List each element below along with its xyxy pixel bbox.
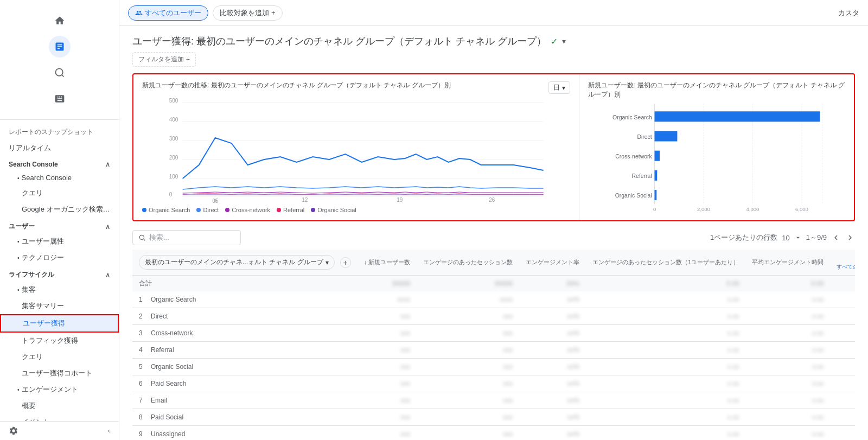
chart-container: 新規ユーザー数の推移: 最初のユーザーのメインのチャネル グループ（デフォルト … <box>132 73 855 221</box>
row-v5: x:xx <box>745 359 830 375</box>
row-num-name: 5 Organic Social <box>132 359 358 375</box>
row-v3: xx% <box>519 409 586 426</box>
row-v2: xxx <box>417 359 519 375</box>
sidebar-item-snapshot[interactable]: レポートのスナップショット <box>0 124 119 140</box>
sidebar-group-lifecycle[interactable]: ライフサイクル ∧ <box>0 266 119 282</box>
row-v5: x:xx <box>745 426 830 441</box>
sidebar-group-user[interactable]: ユーザー ∧ <box>0 218 119 233</box>
sidebar-item-technology[interactable]: •テクノロジー <box>0 250 119 266</box>
col-header-new-users[interactable]: ↓ 新規ユーザー数 <box>358 250 417 276</box>
row-v1: xxx <box>358 359 417 375</box>
col-header-events[interactable]: イベント数 すべてのイベント ▾ <box>830 250 855 276</box>
row-num-name: 8 Paid Social <box>132 409 358 426</box>
svg-text:4,000: 4,000 <box>746 206 760 212</box>
row-num-name: 7 Email <box>132 392 358 409</box>
sidebar-item-traffic-acquisition[interactable]: トラフィック獲得 <box>0 333 119 349</box>
row-name[interactable]: Email <box>151 397 167 404</box>
pagination-next-icon[interactable] <box>845 233 855 243</box>
reports-icon[interactable] <box>49 36 71 58</box>
row-v3: xx% <box>519 291 586 308</box>
dimension-selector[interactable]: 最初のユーザーのメインのチャネ...ォルト チャネル グループ ▾ <box>139 255 335 270</box>
row-v4: x.xx <box>586 325 745 342</box>
compare-button[interactable]: 比較対象を追加 + <box>213 5 283 21</box>
sidebar-item-overview[interactable]: 概要 <box>0 398 119 414</box>
row-v1: xxx <box>358 325 417 342</box>
sidebar-item-user-cohort[interactable]: ユーザー獲得コホート <box>0 365 119 381</box>
table-row: 6 Paid Search xxx xxx xx% x.xx x:xx xxxx… <box>132 375 855 392</box>
sidebar-top-icons <box>0 0 119 120</box>
table-row: 8 Paid Social xxx xxx xx% x.xx x:xx xxxx… <box>132 409 855 426</box>
row-name[interactable]: Organic Social <box>151 363 193 371</box>
row-name[interactable]: Paid Search <box>151 380 186 387</box>
col-header-dimension: 最初のユーザーのメインのチャネ...ォルト チャネル グループ ▾ + <box>132 250 358 276</box>
sidebar-item-query[interactable]: クエリ <box>0 185 119 201</box>
row-v6: xxxx <box>830 409 855 426</box>
sidebar-group-search-console[interactable]: Search Console ∧ <box>0 156 119 170</box>
settings-button[interactable] <box>9 426 18 436</box>
sidebar-item-acquisition-summary[interactable]: 集客サマリー <box>0 298 119 314</box>
sidebar-item-acquisition-group[interactable]: •集客 <box>0 282 119 298</box>
row-num-name: 4 Referral <box>132 342 358 359</box>
table-row: 1 Organic Search xxxx xxxx xx% x.xx x:xx… <box>132 291 855 308</box>
row-v5: x:xx <box>745 291 830 308</box>
row-name[interactable]: Referral <box>151 346 174 354</box>
search-box[interactable]: 検索... <box>132 230 241 245</box>
table-row: 9 Unassigned xxx xxx xx% x.xx x:xx xxxx … <box>132 426 855 441</box>
svg-rect-30 <box>655 151 660 161</box>
row-name[interactable]: Organic Search <box>151 296 196 303</box>
row-v2: xxx <box>417 342 519 359</box>
sidebar: レポートのスナップショット リアルタイム Search Console ∧ •S… <box>0 0 119 440</box>
legend-organic-search: Organic Search <box>142 207 190 213</box>
svg-text:Direct: Direct <box>637 134 652 140</box>
add-filter-button[interactable]: フィルタを追加 + <box>132 52 196 67</box>
sidebar-item-engagement-group[interactable]: •エンゲージメント <box>0 381 119 398</box>
all-users-button[interactable]: すべてのユーザー <box>128 5 208 21</box>
row-name[interactable]: Cross-network <box>151 329 193 337</box>
pagination-prev-icon[interactable] <box>831 233 841 243</box>
row-name[interactable]: Unassigned <box>151 430 185 438</box>
col-header-engagement-rate[interactable]: エンゲージメント率 <box>519 250 586 276</box>
row-v1: xxx <box>358 308 417 325</box>
sidebar-item-query2[interactable]: クエリ <box>0 349 119 365</box>
svg-text:200: 200 <box>169 155 178 161</box>
row-name[interactable]: Direct <box>151 313 168 320</box>
collapse-user-icon: ∧ <box>105 223 110 231</box>
advertising-icon[interactable] <box>49 88 71 110</box>
row-v4: x.xx <box>586 409 745 426</box>
col-header-avg-engagement[interactable]: 平均エンゲージメント時間 <box>745 250 830 276</box>
row-v1: xxx <box>358 426 417 441</box>
row-name[interactable]: Paid Social <box>151 413 183 421</box>
col-header-engaged-sessions[interactable]: エンゲージのあったセッション数 <box>417 250 519 276</box>
chart-controls: 新規ユーザー数の推移: 最初のユーザーのメインのチャネル グループ（デフォルト … <box>142 81 570 94</box>
row-num-name: 1 Organic Search <box>132 291 358 308</box>
table-row: 5 Organic Social xxx xxx xx% x.xx x:xx x… <box>132 359 855 375</box>
row-v6: xxxx <box>830 359 855 375</box>
filter-bar: フィルタを追加 + <box>132 52 855 67</box>
home-icon[interactable] <box>49 10 71 31</box>
svg-text:100: 100 <box>169 174 178 180</box>
legend-dot-organic-search <box>142 208 146 212</box>
add-column-button[interactable]: + <box>340 257 351 268</box>
title-dropdown-icon[interactable]: ▾ <box>562 37 566 46</box>
row-v6: xxxx <box>830 426 855 441</box>
row-v3: xx% <box>519 342 586 359</box>
svg-text:Organic Social: Organic Social <box>615 193 652 199</box>
explore-icon[interactable] <box>49 62 71 84</box>
sidebar-item-google-organic[interactable]: Google オーガニック検索レ... <box>0 201 119 218</box>
rows-dropdown-icon[interactable] <box>794 234 802 241</box>
sidebar-item-user-acquisition[interactable]: ユーザー獲得 <box>0 314 119 333</box>
period-select[interactable]: 日 ▾ <box>548 81 570 94</box>
sidebar-item-events[interactable]: イベント <box>0 414 119 421</box>
col-header-engaged-per-user[interactable]: エンゲージのあったセッション数（1ユーザーあたり） <box>586 250 745 276</box>
svg-text:Cross-network: Cross-network <box>616 154 653 160</box>
row-v3: xx% <box>519 426 586 441</box>
sidebar-item-user-attr[interactable]: •ユーザー属性 <box>0 233 119 250</box>
collapse-sidebar-button[interactable]: ‹ <box>108 427 110 435</box>
svg-text:6,000: 6,000 <box>795 206 808 212</box>
row-num-name: 9 Unassigned <box>132 426 358 441</box>
sidebar-item-search-console[interactable]: •Search Console <box>0 170 119 185</box>
row-v4: x.xx <box>586 426 745 441</box>
row-v2: xxx <box>417 308 519 325</box>
sidebar-item-realtime[interactable]: リアルタイム <box>0 140 119 156</box>
sidebar-footer: ‹ <box>0 421 119 440</box>
